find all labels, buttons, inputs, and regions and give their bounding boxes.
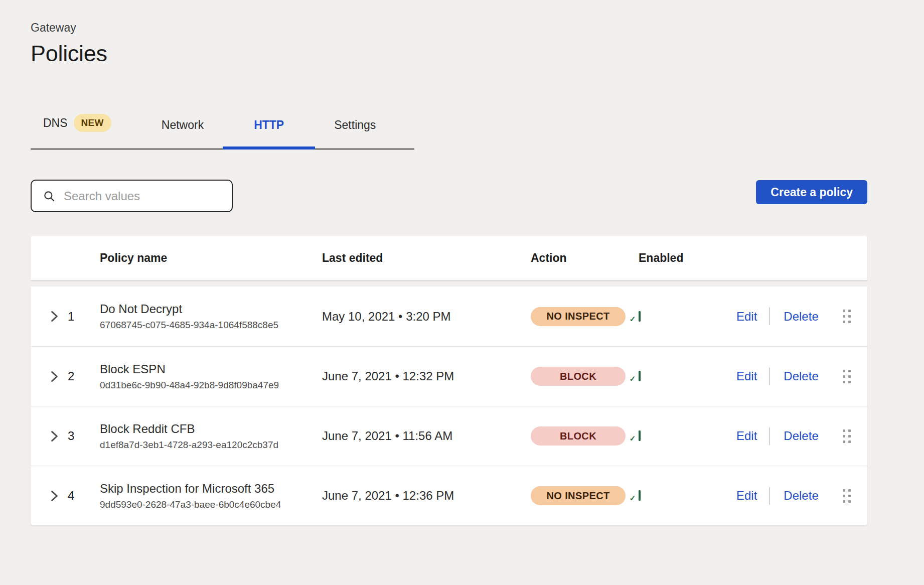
- policies-table: Policy name Last edited Action Enabled 1…: [31, 236, 867, 525]
- action-cell: NO INSPECT: [531, 307, 639, 326]
- tab-dns[interactable]: DNS NEW: [43, 114, 111, 149]
- toggle-check-icon: ✓: [627, 313, 639, 325]
- policy-name: Block Reddit CFB: [100, 422, 322, 436]
- expand-row-chevron-icon[interactable]: [51, 311, 68, 322]
- toggle-check-icon: ✓: [627, 432, 639, 445]
- drag-handle-icon[interactable]: [842, 429, 854, 443]
- column-header-action: Action: [531, 251, 639, 265]
- row-number: 3: [68, 429, 100, 443]
- enabled-cell: ✓: [639, 372, 736, 381]
- drag-handle-icon[interactable]: [842, 370, 854, 383]
- action-cell: BLOCK: [531, 367, 639, 386]
- policy-uuid: 9dd593e0-2628-47a3-baee-6b0c4e60cbe4: [100, 499, 322, 510]
- policy-uuid: 0d31be6c-9b90-48a4-92b8-9d8f09ba47e9: [100, 380, 322, 391]
- edit-link[interactable]: Edit: [736, 429, 757, 443]
- table-row: 4 Skip Inspection for Microsoft 365 9dd5…: [31, 466, 867, 525]
- row-number: 2: [68, 369, 100, 383]
- tab-settings[interactable]: Settings: [334, 118, 376, 149]
- table-row: 1 Do Not Decrypt 67068745-c075-4685-934a…: [31, 286, 867, 346]
- drag-handle-icon[interactable]: [842, 310, 854, 323]
- row-actions: Edit Delete: [736, 487, 842, 505]
- tab-network-label: Network: [162, 118, 204, 132]
- table-body: 1 Do Not Decrypt 67068745-c075-4685-934a…: [31, 286, 867, 525]
- tab-dns-label: DNS: [43, 116, 68, 130]
- last-edited-value: May 10, 2021 • 3:20 PM: [322, 310, 531, 324]
- policy-name: Do Not Decrypt: [100, 302, 322, 316]
- row-actions: Edit Delete: [736, 308, 842, 325]
- table-row: 2 Block ESPN 0d31be6c-9b90-48a4-92b8-9d8…: [31, 346, 867, 406]
- row-actions: Edit Delete: [736, 427, 842, 445]
- policy-name-cell: Skip Inspection for Microsoft 365 9dd593…: [100, 482, 322, 510]
- policy-name-cell: Block ESPN 0d31be6c-9b90-48a4-92b8-9d8f0…: [100, 362, 322, 391]
- table-row: 3 Block Reddit CFB d1ef8a7d-3eb1-4728-a2…: [31, 406, 867, 466]
- enabled-toggle[interactable]: ✓: [639, 311, 641, 322]
- action-separator: [769, 308, 770, 325]
- enabled-cell: ✓: [639, 491, 736, 500]
- last-edited-value: June 7, 2021 • 12:32 PM: [322, 369, 531, 383]
- policy-name: Block ESPN: [100, 362, 322, 376]
- gateway-policies-page: Gateway Policies DNS NEW Network HTTP Se…: [0, 21, 924, 525]
- tab-network[interactable]: Network: [162, 118, 204, 149]
- policy-uuid: d1ef8a7d-3eb1-4728-a293-ea120c2cb37d: [100, 440, 322, 451]
- expand-row-chevron-icon[interactable]: [51, 371, 68, 382]
- new-badge: NEW: [74, 114, 111, 132]
- action-badge: BLOCK: [531, 426, 626, 446]
- edit-link[interactable]: Edit: [736, 369, 757, 383]
- tab-http-label: HTTP: [254, 118, 284, 132]
- edit-link[interactable]: Edit: [736, 310, 757, 324]
- action-separator: [769, 427, 770, 445]
- column-header-last-edited: Last edited: [322, 251, 531, 265]
- row-number: 1: [68, 310, 100, 324]
- column-header-policy-name: Policy name: [100, 251, 322, 265]
- expand-row-chevron-icon[interactable]: [51, 430, 68, 442]
- enabled-toggle[interactable]: ✓: [639, 490, 641, 501]
- policy-uuid: 67068745-c075-4685-934a-1064f588c8e5: [100, 320, 322, 331]
- policy-name-cell: Block Reddit CFB d1ef8a7d-3eb1-4728-a293…: [100, 422, 322, 451]
- row-actions: Edit Delete: [736, 368, 842, 385]
- tab-bar: DNS NEW Network HTTP Settings: [31, 114, 414, 150]
- enabled-toggle[interactable]: ✓: [639, 430, 641, 441]
- breadcrumb: Gateway: [31, 21, 867, 35]
- drag-handle-icon[interactable]: [842, 489, 854, 503]
- search-input[interactable]: [64, 189, 223, 203]
- action-badge: BLOCK: [531, 367, 626, 386]
- enabled-cell: ✓: [639, 431, 736, 441]
- action-cell: BLOCK: [531, 426, 639, 446]
- search-icon: [43, 190, 56, 203]
- enabled-toggle[interactable]: ✓: [639, 371, 641, 381]
- action-cell: NO INSPECT: [531, 486, 639, 505]
- toggle-check-icon: ✓: [627, 492, 639, 504]
- edit-link[interactable]: Edit: [736, 489, 757, 503]
- policy-name-cell: Do Not Decrypt 67068745-c075-4685-934a-1…: [100, 302, 322, 331]
- delete-link[interactable]: Delete: [784, 369, 818, 383]
- delete-link[interactable]: Delete: [784, 489, 818, 503]
- create-policy-button[interactable]: Create a policy: [756, 180, 867, 204]
- action-badge: NO INSPECT: [531, 307, 626, 326]
- search-box[interactable]: [31, 180, 233, 212]
- toggle-check-icon: ✓: [627, 373, 639, 385]
- row-number: 4: [68, 489, 100, 503]
- tab-http[interactable]: HTTP: [254, 118, 284, 149]
- toolbar: Create a policy: [31, 180, 867, 212]
- expand-row-chevron-icon[interactable]: [51, 490, 68, 502]
- delete-link[interactable]: Delete: [784, 310, 818, 324]
- enabled-cell: ✓: [639, 312, 736, 321]
- action-separator: [769, 487, 770, 505]
- page-title: Policies: [31, 41, 867, 67]
- tab-settings-label: Settings: [334, 118, 376, 132]
- last-edited-value: June 7, 2021 • 12:36 PM: [322, 489, 531, 503]
- table-header-row: Policy name Last edited Action Enabled: [31, 236, 867, 280]
- column-header-enabled: Enabled: [639, 251, 736, 265]
- last-edited-value: June 7, 2021 • 11:56 AM: [322, 429, 531, 443]
- action-badge: NO INSPECT: [531, 486, 626, 505]
- action-separator: [769, 368, 770, 385]
- delete-link[interactable]: Delete: [784, 429, 818, 443]
- policy-name: Skip Inspection for Microsoft 365: [100, 482, 322, 496]
